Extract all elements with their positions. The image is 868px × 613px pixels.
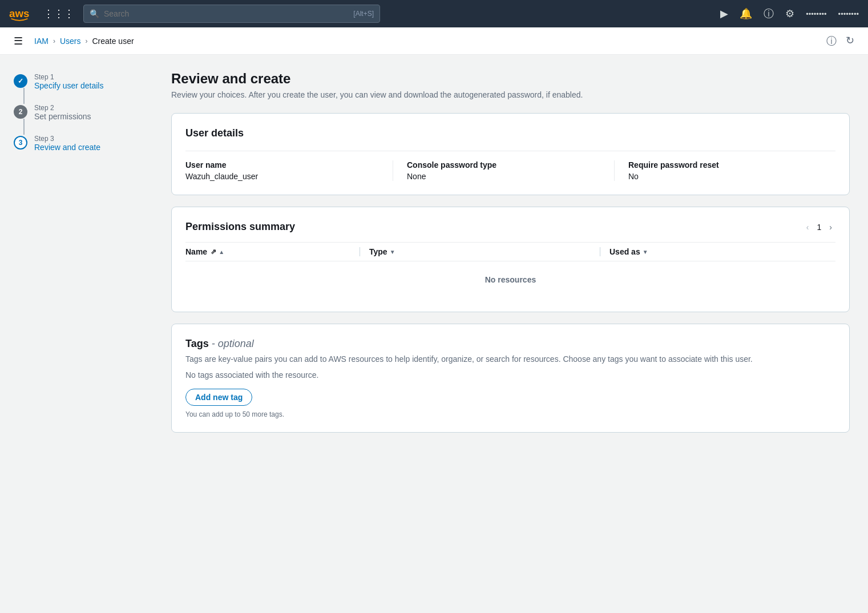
- col-used-as: Used as ▼: [600, 247, 835, 256]
- pagination-prev-btn[interactable]: ‹: [803, 221, 813, 233]
- page-subtitle: Review your choices. After you create th…: [171, 90, 850, 99]
- pagination-number: 1: [817, 223, 822, 232]
- external-link-icon: ⇗: [211, 248, 216, 256]
- refresh-icon[interactable]: ↻: [846, 34, 854, 48]
- col-name-label: Name: [185, 247, 207, 256]
- info-circle-icon[interactable]: ⓘ: [826, 34, 837, 48]
- name-sort-icon[interactable]: ▲: [219, 249, 224, 255]
- search-input[interactable]: [104, 9, 349, 18]
- user-name-value: Wazuh_claude_user: [185, 172, 379, 181]
- notifications-icon[interactable]: 🔔: [740, 7, 752, 20]
- region-label[interactable]: ••••••••: [838, 10, 859, 18]
- main-layout: ✓ Step 1 Specify user details 2 Step 2 S…: [0, 55, 868, 613]
- password-reset-col: Require password reset No: [628, 160, 835, 181]
- step-1-title[interactable]: Specify user details: [34, 81, 103, 90]
- nav-icons: ▶ 🔔 ⓘ ⚙ •••••••• ••••••••: [720, 7, 859, 21]
- step-3: 3 Step 3 Review and create: [14, 135, 146, 152]
- aws-logo: aws: [9, 6, 30, 22]
- step-3-label: Step 3: [34, 135, 100, 143]
- help-icon[interactable]: ⓘ: [764, 7, 774, 21]
- settings-icon[interactable]: ⚙: [785, 7, 794, 20]
- step-1-content: Step 1 Specify user details: [34, 73, 103, 90]
- search-shortcut: [Alt+S]: [353, 10, 374, 18]
- breadcrumb-sep-2: ›: [85, 37, 87, 45]
- permissions-table-header: Name ⇗ ▲ Type ▼ Used as ▼: [185, 242, 835, 261]
- tags-title-text: Tags: [185, 338, 209, 349]
- breadcrumb-bar: ☰ IAM › Users › Create user ⓘ ↻: [0, 27, 868, 55]
- col-type: Type ▼: [360, 247, 595, 256]
- console-password-col: Console password type None: [407, 160, 615, 181]
- col-used-as-label: Used as: [609, 247, 640, 256]
- permissions-card: Permissions summary ‹ 1 › Name ⇗ ▲ Type …: [171, 207, 850, 312]
- svg-text:aws: aws: [9, 7, 29, 19]
- step-1-circle: ✓: [14, 74, 27, 88]
- col-name: Name ⇗ ▲: [185, 247, 355, 256]
- step-1: ✓ Step 1 Specify user details: [14, 73, 146, 104]
- password-reset-value: No: [628, 172, 822, 181]
- tags-optional-label: - optional: [212, 338, 254, 349]
- used-sort-icon[interactable]: ▼: [643, 249, 648, 255]
- user-name-col: User name Wazuh_claude_user: [185, 160, 393, 181]
- console-password-label: Console password type: [407, 160, 600, 170]
- search-icon: 🔍: [90, 9, 99, 18]
- tags-card: Tags - optional Tags are key-value pairs…: [171, 324, 850, 433]
- breadcrumb-iam[interactable]: IAM: [34, 37, 49, 46]
- step-3-content: Step 3 Review and create: [34, 135, 100, 152]
- breadcrumb-users[interactable]: Users: [60, 37, 81, 46]
- add-new-tag-button[interactable]: Add new tag: [185, 389, 252, 406]
- user-details-row: User name Wazuh_claude_user Console pass…: [185, 151, 835, 181]
- user-details-title: User details: [185, 127, 835, 139]
- user-account-label[interactable]: ••••••••: [806, 10, 826, 18]
- step-2: 2 Step 2 Set permissions: [14, 104, 146, 135]
- sidebar-steps: ✓ Step 1 Specify user details 2 Step 2 S…: [0, 55, 160, 613]
- console-password-value: None: [407, 172, 600, 181]
- breadcrumb-current: Create user: [92, 37, 134, 46]
- step-2-circle: 2: [14, 105, 27, 119]
- pagination-controls: ‹ 1 ›: [803, 221, 835, 233]
- password-reset-label: Require password reset: [628, 160, 822, 170]
- breadcrumb-actions: ⓘ ↻: [826, 34, 854, 48]
- page-title: Review and create: [171, 71, 850, 87]
- hamburger-icon[interactable]: ☰: [14, 35, 23, 47]
- terminal-icon[interactable]: ▶: [720, 7, 728, 20]
- top-navigation: aws ⋮⋮⋮ 🔍 [Alt+S] ▶ 🔔 ⓘ ⚙ •••••••• •••••…: [0, 0, 868, 27]
- step-1-label: Step 1: [34, 73, 103, 81]
- pagination-next-btn[interactable]: ›: [826, 221, 835, 233]
- step-2-label: Step 2: [34, 104, 91, 112]
- col-type-label: Type: [369, 247, 387, 256]
- permissions-title: Permissions summary: [185, 221, 295, 233]
- permissions-header: Permissions summary ‹ 1 ›: [185, 221, 835, 233]
- step-3-title[interactable]: Review and create: [34, 143, 100, 152]
- no-resources-message: No resources: [185, 261, 835, 298]
- step-3-circle: 3: [14, 136, 27, 150]
- user-name-label: User name: [185, 160, 379, 170]
- search-bar[interactable]: 🔍 [Alt+S]: [83, 5, 380, 23]
- breadcrumb-sep-1: ›: [53, 37, 55, 45]
- tags-description: Tags are key-value pairs you can add to …: [185, 354, 835, 364]
- step-2-title[interactable]: Set permissions: [34, 112, 91, 121]
- step-2-content: Step 2 Set permissions: [34, 104, 91, 121]
- tags-limit-label: You can add up to 50 more tags.: [185, 410, 835, 418]
- apps-grid-icon[interactable]: ⋮⋮⋮: [43, 7, 74, 20]
- tags-title: Tags - optional: [185, 338, 835, 350]
- type-sort-icon[interactable]: ▼: [390, 249, 395, 255]
- main-content: Review and create Review your choices. A…: [160, 55, 868, 613]
- no-tags-label: No tags associated with the resource.: [185, 370, 835, 380]
- user-details-card: User details User name Wazuh_claude_user…: [171, 113, 850, 195]
